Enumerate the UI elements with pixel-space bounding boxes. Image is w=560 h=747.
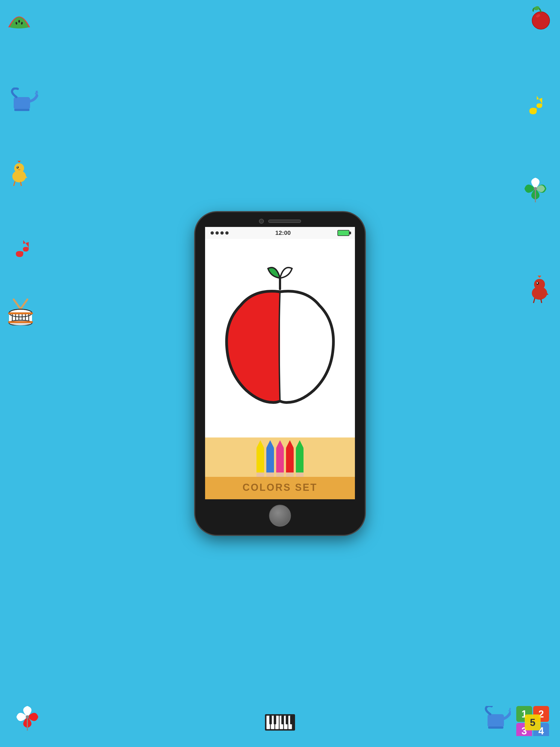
svg-point-22: [536, 282, 539, 285]
svg-text:5: 5: [530, 717, 535, 728]
svg-point-38: [26, 715, 29, 719]
pencil-red-eraser: [286, 472, 294, 477]
svg-rect-44: [279, 716, 283, 729]
svg-point-35: [9, 309, 32, 317]
pinwheel-bottom-left-icon: [14, 703, 41, 730]
svg-point-16: [17, 166, 18, 168]
pencil-green-tip: [296, 440, 304, 448]
svg-rect-7: [14, 97, 30, 109]
drum-icon: [5, 298, 35, 325]
music-note-red-icon: [11, 238, 33, 260]
signal-dot-3: [221, 231, 224, 235]
svg-rect-11: [14, 109, 29, 111]
svg-rect-51: [290, 716, 292, 724]
svg-point-12: [12, 170, 26, 182]
phone-top-bar: [195, 212, 365, 227]
phone-camera: [259, 219, 264, 224]
status-bar: 12:00: [205, 227, 355, 239]
svg-rect-47: [269, 716, 272, 724]
pencil-blue[interactable]: [266, 440, 274, 477]
svg-line-25: [21, 300, 27, 309]
svg-rect-59: [533, 706, 549, 722]
svg-point-20: [534, 279, 545, 290]
svg-point-13: [14, 163, 24, 173]
svg-point-15: [17, 166, 19, 169]
pencil-red-tip: [286, 440, 294, 448]
svg-rect-42: [271, 716, 275, 729]
svg-rect-41: [266, 716, 270, 729]
battery-icon: [337, 230, 350, 236]
watering-can-left-icon: [5, 87, 38, 115]
svg-rect-49: [281, 716, 284, 724]
pencil-pink[interactable]: [276, 440, 284, 477]
svg-rect-65: [525, 715, 541, 730]
svg-rect-27: [9, 313, 32, 323]
svg-point-0: [15, 22, 18, 25]
phone-frame: 12:00: [195, 212, 365, 535]
svg-point-23: [537, 282, 538, 284]
watermelon-icon: [5, 5, 33, 30]
pinwheel-right-icon: [522, 175, 549, 202]
phone-screen: 12:00: [205, 227, 355, 499]
pencil-yellow[interactable]: [256, 440, 264, 477]
signal-dot-2: [215, 231, 219, 235]
colors-set-label: COLORS SET: [243, 482, 317, 493]
pencil-blue-tip: [266, 440, 274, 448]
svg-point-34: [9, 320, 32, 325]
status-time: 12:00: [275, 229, 291, 236]
signal-dot-1: [210, 231, 214, 235]
svg-text:3: 3: [521, 725, 527, 736]
svg-line-54: [509, 710, 511, 710]
pencils-tray: [205, 437, 355, 477]
drawing-area[interactable]: [205, 239, 355, 437]
svg-marker-21: [538, 276, 541, 278]
signal-dot-4: [225, 231, 229, 235]
phone-speaker: [268, 220, 301, 223]
svg-rect-52: [487, 714, 504, 727]
pencil-yellow-body: [256, 448, 264, 472]
colors-set-bar[interactable]: COLORS SET: [205, 477, 355, 499]
svg-point-19: [532, 287, 547, 300]
phone-bottom: [195, 499, 365, 535]
svg-text:1: 1: [521, 709, 527, 720]
svg-text:2: 2: [538, 709, 544, 720]
svg-rect-40: [265, 714, 295, 730]
svg-marker-14: [18, 161, 21, 163]
number-blocks-icon: 1 2 3 4 5: [516, 706, 552, 736]
svg-line-9: [35, 93, 38, 93]
pencil-red-body: [286, 448, 294, 472]
pencil-pink-body: [276, 448, 284, 472]
music-note-yellow-icon: [525, 93, 546, 118]
cherry-icon: [527, 5, 552, 30]
svg-rect-61: [516, 723, 532, 736]
pencil-pink-tip: [276, 440, 284, 448]
home-button[interactable]: [269, 505, 291, 526]
phone: 12:00: [195, 212, 365, 535]
svg-point-26: [9, 309, 32, 317]
svg-line-53: [509, 711, 511, 712]
pencils-area: COLORS SET: [205, 437, 355, 499]
svg-point-1: [18, 20, 20, 23]
pencil-red[interactable]: [286, 440, 294, 477]
svg-rect-43: [275, 716, 279, 729]
svg-rect-63: [533, 723, 549, 736]
svg-rect-37: [8, 321, 33, 323]
pencil-green-body: [296, 448, 304, 472]
pencil-blue-eraser: [266, 472, 274, 477]
pencil-yellow-tip: [256, 440, 264, 448]
svg-point-17: [534, 187, 537, 190]
svg-line-24: [14, 300, 21, 309]
svg-rect-45: [284, 716, 288, 729]
signal-dots: [210, 231, 229, 235]
watering-can-bottom-icon: [481, 706, 511, 733]
pencil-yellow-eraser: [256, 472, 264, 477]
svg-point-3: [532, 12, 550, 29]
svg-rect-56: [488, 726, 503, 729]
pencil-green[interactable]: [296, 440, 304, 477]
apple-drawing[interactable]: [205, 239, 355, 437]
svg-line-8: [35, 94, 38, 95]
rooster-left-icon: [5, 159, 33, 186]
pencil-blue-body: [266, 448, 274, 472]
svg-point-2: [21, 22, 23, 25]
svg-rect-46: [288, 716, 292, 729]
